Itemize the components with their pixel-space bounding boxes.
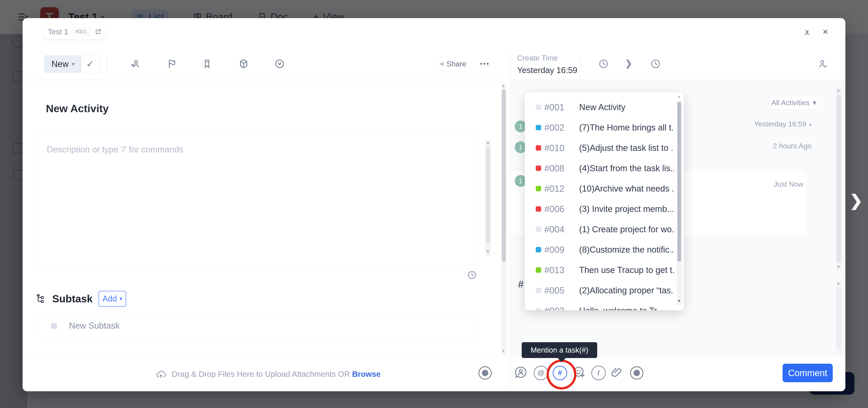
mention-item[interactable]: #013 Then use Tracup to get t... [525, 260, 684, 280]
mention-item-id: #013 [544, 265, 564, 275]
watcher-icon[interactable] [817, 58, 828, 69]
mention-item-title: (1) Create project for wo... [579, 225, 674, 234]
time-estimate-icon[interactable] [650, 58, 661, 69]
record-button[interactable] [630, 367, 643, 379]
description-box[interactable]: Description or type '/' for commands ▲ ▼ [37, 132, 479, 266]
scrollbar-thumb[interactable] [486, 147, 490, 242]
mention-dropdown-list: #001 New Activity #002 (7)The Home bring… [525, 97, 684, 310]
attachment-icon[interactable] [610, 366, 623, 379]
mention-item[interactable]: #005 (2)Allocating proper “tas... [525, 280, 684, 300]
expand-icon[interactable] [94, 28, 102, 35]
status-square-icon [536, 166, 541, 171]
subtask-status-square[interactable] [51, 323, 57, 329]
create-time-label: Create Time [517, 54, 558, 62]
create-time-value: Yesterday 16:59 [517, 66, 577, 75]
mention-item-title: (8)Customize the notific... [579, 245, 674, 255]
status-square-icon [536, 145, 541, 151]
history-icon[interactable] [467, 270, 477, 280]
mention-item-id: #009 [544, 245, 564, 255]
add-subtask-button[interactable]: Add ▾ [98, 291, 126, 307]
subtask-tree-icon [36, 294, 46, 304]
mention-item[interactable]: #010 (5)Adjust the task list to ... [525, 138, 684, 158]
next-task-chevron[interactable]: ❯ [849, 191, 863, 210]
status-square-icon [536, 227, 541, 232]
more-options-button[interactable]: ••• [477, 58, 493, 69]
mention-item-title: (3) Invite project memb... [579, 204, 674, 214]
ellipsis-icon: ••• [480, 60, 490, 68]
task-title[interactable]: New Activity [46, 102, 109, 115]
mention-item[interactable]: #009 (8)Customize the notific... [525, 239, 684, 260]
mention-item-title: (10)Archive what needs ... [579, 184, 674, 194]
mention-item[interactable]: #004 (1) Create project for wo... [525, 219, 684, 239]
browse-link[interactable]: Browse [352, 370, 381, 378]
mention-item[interactable]: #003 Hello, welcome to Tr... [525, 300, 684, 310]
mention-item[interactable]: #008 (4)Start from the task lis... [525, 158, 684, 178]
assign-mention-icon[interactable] [514, 366, 527, 379]
scroll-up-icon[interactable]: ▲ [837, 88, 840, 92]
scroll-down-icon[interactable]: ▼ [677, 299, 681, 303]
scrollbar-thumb[interactable] [837, 95, 841, 262]
chevron-right-icon[interactable]: ❯ [625, 58, 632, 68]
mention-item[interactable]: #012 (10)Archive what needs ... [525, 178, 684, 199]
chevron-down-icon: ▾ [120, 296, 122, 302]
close-button[interactable]: ✕ [819, 25, 832, 38]
tooltip-mention-task: Mention a task(#) [522, 342, 597, 358]
scrollbar-thumb[interactable] [837, 289, 841, 350]
description-placeholder: Description or type '/' for commands [47, 145, 183, 154]
caret-up-icon: ▴ [809, 121, 811, 127]
share-icon [440, 61, 444, 67]
scroll-down-icon[interactable]: ▼ [837, 265, 840, 269]
mention-item-title: (5)Adjust the task list to ... [579, 143, 674, 153]
chip-project-title: Test 1 [48, 27, 68, 36]
subtask-row[interactable]: New Subtask [69, 321, 120, 331]
cube-icon[interactable] [238, 58, 249, 69]
scroll-down-icon[interactable]: ▼ [502, 349, 505, 353]
mention-item[interactable]: #001 New Activity [525, 97, 684, 117]
comment-button[interactable]: Comment [782, 364, 833, 382]
mention-item-id: #006 [544, 204, 564, 214]
scroll-up-icon[interactable]: ▲ [677, 95, 681, 98]
activity-filter-button[interactable]: All Activities ▾ [770, 96, 818, 110]
comment-input-text[interactable]: # [518, 279, 524, 290]
download-arrow-icon [803, 28, 811, 35]
scroll-down-icon[interactable]: ▼ [486, 250, 490, 254]
feed-timestamp: Just Now [774, 180, 803, 188]
status-dropdown-button[interactable]: New ▾ [44, 55, 82, 73]
scroll-up-icon[interactable]: ▲ [502, 84, 505, 87]
mention-item-id: #002 [544, 123, 564, 133]
scroll-up-icon[interactable]: ▲ [486, 141, 490, 145]
mention-item[interactable]: #006 (3) Invite project memb... [525, 199, 684, 219]
task-id-badge: #001 [72, 27, 90, 36]
attachment-hint: Drag & Drop Files Here to Upload Attachm… [172, 370, 381, 379]
mention-item-id: #008 [544, 163, 564, 173]
bookmark-icon[interactable] [202, 58, 213, 69]
mention-item[interactable]: #002 (7)The Home brings all t... [525, 117, 684, 138]
screen: T Test 1 ▾ List [0, 0, 868, 408]
version-icon[interactable] [274, 58, 285, 69]
flag-icon[interactable] [166, 58, 177, 69]
complete-task-button[interactable]: ✓ [81, 55, 99, 73]
record-button[interactable] [478, 367, 492, 379]
task-detail-modal: Test 1 #001 ✕ New ▾ ✓ [23, 18, 845, 391]
mention-user-icon[interactable]: @ [534, 366, 548, 380]
status-square-icon [536, 186, 541, 191]
scrollbar-thumb[interactable] [502, 90, 506, 261]
mention-item-id: #001 [544, 102, 564, 112]
feed-timestamp[interactable]: Yesterday 16:59 ▴ [754, 120, 811, 128]
mention-item-id: #010 [544, 143, 564, 153]
attachment-dropzone[interactable]: Drag & Drop Files Here to Upload Attachm… [23, 356, 510, 391]
chevron-down-icon: ▾ [72, 61, 74, 68]
time-history-icon[interactable] [598, 58, 609, 69]
assign-user-icon[interactable] [130, 58, 141, 69]
mention-item-title: (4)Start from the task lis... [579, 164, 674, 173]
minimize-button[interactable] [800, 25, 813, 38]
breadcrumb-chip[interactable]: Test 1 #001 [43, 24, 107, 39]
scroll-up-icon[interactable]: ▲ [837, 281, 840, 285]
scrollbar-thumb[interactable] [677, 102, 681, 261]
status-square-icon [536, 308, 541, 310]
mention-item-title: Then use Tracup to get t... [579, 265, 674, 275]
share-button[interactable]: Share [439, 57, 467, 71]
slash-command-icon[interactable]: / [591, 366, 606, 380]
mention-item-id: #004 [544, 224, 564, 235]
mention-item-id: #003 [544, 306, 564, 311]
